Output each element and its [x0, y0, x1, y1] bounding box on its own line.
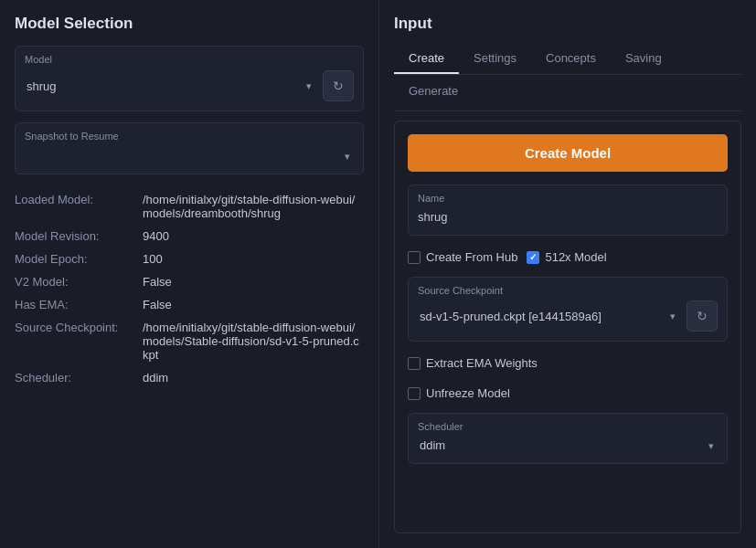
source-cp-label: Source Checkpoint [418, 285, 718, 296]
scheduler-val: ddim [143, 371, 364, 385]
tab-settings[interactable]: Settings [459, 44, 531, 74]
snapshot-select[interactable] [25, 147, 354, 164]
refresh-icon: ↻ [333, 79, 344, 93]
unfreeze-label: Unfreeze Model [426, 386, 510, 400]
scheduler-select[interactable]: ddim pndm lms euler euler_a [418, 437, 718, 454]
scheduler-group: Scheduler ddim pndm lms euler euler_a ▾ [408, 413, 728, 464]
right-panel-title: Input [394, 15, 741, 33]
unfreeze-row: Unfreeze Model [408, 383, 728, 404]
name-input-group: Name [408, 184, 728, 236]
extract-ema-row: Extract EMA Weights [408, 353, 728, 374]
source-cp-select-wrapper: sd-v1-5-pruned.ckpt [e1441589a6] ▾ [418, 308, 679, 325]
create-from-hub-label: Create From Hub [426, 250, 517, 264]
tabs-row: Create Settings Concepts Saving [394, 44, 741, 75]
source-cp-val: /home/initialxy/git/stable-diffusion-web… [143, 321, 364, 362]
revision-key: Model Revision: [15, 229, 143, 243]
extract-ema-label: Extract EMA Weights [426, 356, 538, 370]
tab-saving[interactable]: Saving [611, 44, 676, 74]
name-input[interactable] [418, 208, 718, 226]
source-cp-refresh-icon: ↻ [697, 309, 708, 323]
epoch-val: 100 [143, 252, 364, 266]
model-field-group: Model shrug ▾ ↻ [15, 46, 364, 111]
ema-key: Has EMA: [15, 298, 143, 311]
scheduler-select-wrapper: ddim pndm lms euler euler_a ▾ [418, 437, 718, 454]
v2-key: V2 Model: [15, 275, 143, 289]
model-info-grid: Loaded Model: /home/initialxy/git/stable… [15, 185, 364, 392]
loaded-model-key: Loaded Model: [15, 193, 143, 220]
source-cp-group: Source Checkpoint sd-v1-5-pruned.ckpt [e… [408, 277, 728, 342]
revision-val: 9400 [143, 229, 364, 243]
source-cp-key: Source Checkpoint: [15, 321, 143, 362]
epoch-key: Model Epoch: [15, 252, 143, 266]
create-content-box: Create Model Name Create From Hub 512x M… [394, 121, 741, 533]
model-row: shrug ▾ ↻ [25, 70, 354, 101]
unfreeze-checkbox[interactable] [408, 387, 421, 400]
create-model-button[interactable]: Create Model [408, 134, 728, 172]
model-512-checkbox[interactable] [527, 251, 539, 264]
tab-concepts[interactable]: Concepts [531, 44, 611, 74]
sub-tab-generate[interactable]: Generate [394, 79, 473, 103]
source-cp-inner: sd-v1-5-pruned.ckpt [e1441589a6] ▾ [418, 308, 679, 325]
model-512-checkbox-item[interactable]: 512x Model [527, 250, 606, 264]
sub-tabs-row: Generate [394, 75, 741, 111]
model-label: Model [25, 54, 354, 65]
left-panel: Model Selection Model shrug ▾ ↻ Snapshot… [0, 0, 379, 548]
name-label: Name [418, 193, 718, 204]
create-from-hub-checkbox[interactable] [408, 251, 421, 264]
model-select-wrapper: shrug ▾ [25, 78, 315, 95]
scheduler-key: Scheduler: [15, 371, 143, 385]
model-refresh-button[interactable]: ↻ [323, 70, 354, 101]
loaded-model-val: /home/initialxy/git/stable-diffusion-web… [143, 193, 364, 220]
scheduler-label: Scheduler [418, 421, 718, 432]
snapshot-field-group: Snapshot to Resume ▾ [15, 122, 364, 174]
left-panel-title: Model Selection [15, 15, 364, 33]
source-cp-refresh-button[interactable]: ↻ [687, 300, 718, 332]
right-panel: Input Create Settings Concepts Saving Ge… [379, 0, 756, 548]
source-cp-row: sd-v1-5-pruned.ckpt [e1441589a6] ▾ ↻ [418, 300, 718, 332]
hub-512-row: Create From Hub 512x Model [408, 247, 728, 268]
model-512-label: 512x Model [545, 250, 606, 264]
snapshot-label: Snapshot to Resume [25, 131, 354, 142]
ema-val: False [143, 298, 364, 311]
source-cp-select[interactable]: sd-v1-5-pruned.ckpt [e1441589a6] [418, 308, 679, 325]
extract-ema-checkbox[interactable] [408, 357, 421, 370]
tab-create[interactable]: Create [394, 44, 459, 74]
unfreeze-checkbox-item[interactable]: Unfreeze Model [408, 386, 510, 400]
snapshot-select-wrapper: ▾ [25, 147, 354, 164]
create-from-hub-checkbox-item[interactable]: Create From Hub [408, 250, 517, 264]
v2-val: False [143, 275, 364, 289]
extract-ema-checkbox-item[interactable]: Extract EMA Weights [408, 356, 538, 370]
model-select[interactable]: shrug [25, 78, 315, 95]
